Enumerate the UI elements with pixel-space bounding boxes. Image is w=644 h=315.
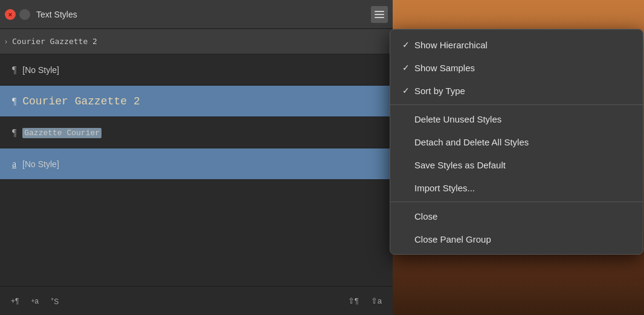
- highlighted-name: Gazzette Courier: [22, 128, 101, 138]
- move-paragraph-up-button[interactable]: ⇧¶: [344, 294, 362, 308]
- paragraph-icon: ¶: [12, 127, 16, 138]
- menu-divider-2: [390, 202, 643, 202]
- list-item[interactable]: a [No Style]: [0, 148, 393, 180]
- style-group-row[interactable]: › Courier Gazzette 2: [0, 29, 393, 54]
- menu-item-label: Show Hierarchical: [414, 40, 631, 50]
- panel-toolbar: +¶ +a +S ⇧¶ ⇧a: [0, 286, 393, 315]
- menu-item-label: Detach and Delete All Styles: [414, 137, 631, 147]
- menu-line-3: [375, 17, 384, 18]
- menu-item-detach-delete[interactable]: Detach and Delete All Styles: [390, 130, 643, 153]
- add-style-button[interactable]: +S: [47, 294, 62, 308]
- add-style-icon: +S: [51, 296, 59, 306]
- move-paragraph-down-button[interactable]: ⇧a: [367, 294, 385, 308]
- list-item[interactable]: ¶ Courier Gazzette 2: [0, 86, 393, 117]
- text-styles-panel: × Text Styles › Courier Gazzette 2 ¶ [No…: [0, 0, 393, 315]
- menu-item-label: Close: [414, 211, 631, 221]
- menu-item-label: Save Styles as Default: [414, 160, 631, 170]
- context-menu: ✓ Show Hierarchical ✓ Show Samples ✓ Sor…: [390, 29, 643, 255]
- menu-item-save-default[interactable]: Save Styles as Default: [390, 153, 643, 176]
- menu-item-label: Show Samples: [414, 63, 631, 73]
- menu-item-delete-unused[interactable]: Delete Unused Styles: [390, 107, 643, 130]
- move-down-icon: ⇧a: [371, 296, 382, 305]
- check-icon: ✓: [402, 86, 414, 95]
- panel-menu-button[interactable]: [371, 6, 388, 23]
- add-paragraph-style-button[interactable]: +¶: [7, 294, 22, 308]
- styles-list: › Courier Gazzette 2 ¶ [No Style] ¶ Cour…: [0, 29, 393, 286]
- panel-title: Text Styles: [36, 10, 371, 19]
- menu-item-close[interactable]: Close: [390, 205, 643, 228]
- style-name-label: [No Style]: [22, 159, 59, 169]
- add-paragraph-icon: +¶: [11, 297, 19, 305]
- style-name-label: Gazzette Courier: [22, 127, 101, 138]
- menu-line-1: [375, 11, 384, 12]
- minimize-button[interactable]: [19, 9, 30, 20]
- menu-item-sort-by-type[interactable]: ✓ Sort by Type: [390, 79, 643, 102]
- paragraph-icon: ¶: [12, 65, 16, 75]
- group-name-label: Courier Gazzette 2: [12, 37, 97, 46]
- move-up-icon: ⇧¶: [348, 296, 359, 305]
- paragraph-icon: ¶: [12, 96, 16, 107]
- menu-item-close-panel-group[interactable]: Close Panel Group: [390, 228, 643, 250]
- menu-item-label: Close Panel Group: [414, 234, 631, 244]
- menu-item-import-styles[interactable]: Import Styles...: [390, 176, 643, 199]
- add-character-style-button[interactable]: +a: [27, 294, 42, 308]
- close-window-button[interactable]: ×: [5, 9, 16, 20]
- menu-item-show-hierarchical[interactable]: ✓ Show Hierarchical: [390, 33, 643, 56]
- menu-item-label: Import Styles...: [414, 183, 631, 193]
- menu-divider: [390, 104, 643, 105]
- menu-item-label: Delete Unused Styles: [414, 114, 631, 124]
- menu-item-show-samples[interactable]: ✓ Show Samples: [390, 56, 643, 79]
- check-icon: ✓: [402, 40, 414, 49]
- expand-chevron-icon: ›: [5, 37, 7, 46]
- style-name-label: Courier Gazzette 2: [22, 95, 140, 107]
- menu-item-label: Sort by Type: [414, 86, 631, 96]
- check-icon: ✓: [402, 63, 414, 72]
- list-item[interactable]: ¶ [No Style]: [0, 54, 393, 86]
- menu-line-2: [375, 14, 384, 15]
- panel-header: × Text Styles: [0, 0, 393, 29]
- style-name-label: [No Style]: [22, 65, 59, 75]
- list-item[interactable]: ¶ Gazzette Courier: [0, 117, 393, 148]
- character-style-icon: a: [12, 159, 16, 170]
